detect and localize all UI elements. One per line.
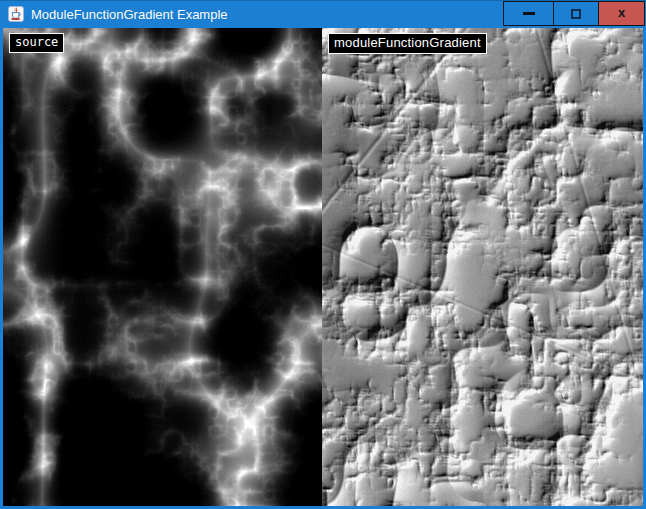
panel-gradient: moduleFunctionGradient xyxy=(322,28,643,506)
window-controls: x xyxy=(503,1,645,26)
app-window: ModuleFunctionGradient Example x source … xyxy=(0,0,646,509)
source-image-label: source xyxy=(9,33,64,53)
close-button[interactable]: x xyxy=(598,1,645,26)
maximize-icon xyxy=(571,9,581,19)
panel-source: source xyxy=(3,28,322,506)
module-function-gradient-image xyxy=(322,28,643,506)
window-title: ModuleFunctionGradient Example xyxy=(31,7,228,22)
source-noise-image xyxy=(3,28,322,506)
minimize-icon xyxy=(523,12,535,15)
java-coffee-cup-icon xyxy=(8,6,24,22)
content-area: source moduleFunctionGradient xyxy=(3,28,643,506)
titlebar[interactable]: ModuleFunctionGradient Example x xyxy=(0,0,646,28)
minimize-button[interactable] xyxy=(503,1,554,26)
gradient-image-label: moduleFunctionGradient xyxy=(328,33,487,54)
maximize-button[interactable] xyxy=(553,1,599,26)
close-icon: x xyxy=(618,6,625,19)
